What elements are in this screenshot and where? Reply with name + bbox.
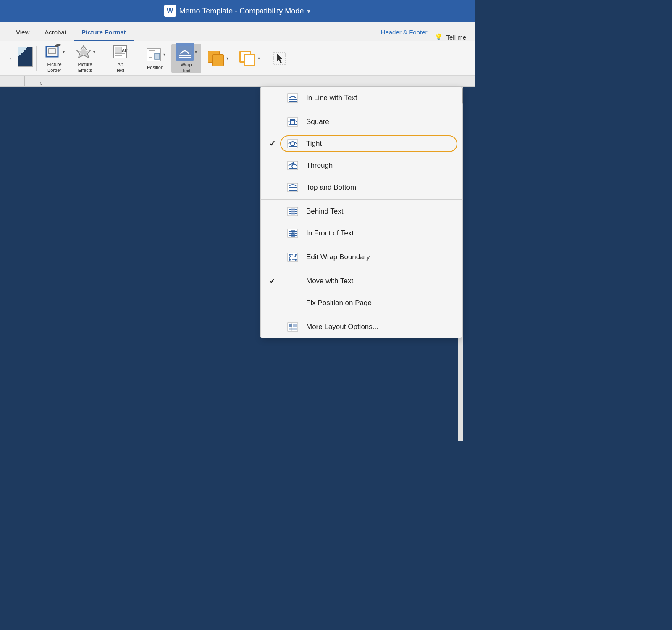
svg-rect-1 (49, 49, 55, 54)
picture-effects-label: PictureEffects (78, 62, 92, 73)
selection-icon (270, 50, 289, 67)
movewith-check: ✓ (269, 277, 279, 286)
svg-marker-21 (277, 53, 283, 63)
divider-3 (137, 46, 137, 71)
infront-label: In Front of Text (306, 229, 354, 237)
square-check (269, 118, 279, 127)
svg-rect-16 (155, 53, 160, 59)
menu-item-editwrap[interactable]: Edit Wrap Boundary (261, 246, 462, 268)
menu-item-through[interactable]: Through (261, 155, 462, 177)
position-arrow: ▾ (163, 52, 165, 57)
picture-effects-btn[interactable]: ▾ PictureEffects (71, 44, 100, 73)
divider-1 (36, 46, 37, 71)
picture-border-icon (45, 44, 61, 59)
square-label: Square (306, 118, 329, 126)
tight-icon (286, 139, 299, 149)
menu-item-behind[interactable]: Behind Text (261, 200, 462, 222)
movewith-label: Move with Text (306, 277, 353, 285)
send-backward-icon-area: ▾ (239, 50, 260, 67)
svg-point-50 (289, 259, 291, 261)
svg-rect-40 (291, 208, 295, 215)
through-icon (286, 161, 299, 171)
infront-icon (286, 228, 299, 238)
selection-btn[interactable] (266, 44, 293, 73)
tell-me-label: Tell me (446, 34, 466, 41)
svg-text:ALT: ALT (122, 48, 128, 53)
position-label: Position (147, 65, 163, 70)
through-check (269, 161, 279, 170)
word-icon: W (164, 5, 176, 17)
alt-text-icon-area: ALT (111, 43, 129, 60)
doc-thumbnail (18, 47, 33, 67)
morelayout-label: More Layout Options... (306, 323, 378, 331)
svg-rect-55 (289, 328, 297, 330)
menu-item-fixpos[interactable]: Fix Position on Page (261, 292, 462, 314)
title-text: Memo Template - Compatibility Mode (179, 7, 304, 16)
sep-3 (261, 245, 462, 245)
wrap-text-dropdown: In Line with Text Square (260, 87, 462, 338)
svg-rect-7 (115, 47, 122, 52)
menu-item-infront[interactable]: In Front of Text (261, 222, 462, 244)
svg-point-49 (295, 254, 297, 256)
picture-effects-icon-area: ▾ (75, 43, 95, 60)
bring-forward-btn[interactable]: ▾ (203, 44, 233, 73)
menu-item-tight[interactable]: ✓ Tight (261, 133, 462, 155)
tab-header-footer[interactable]: Header & Footer (373, 24, 435, 41)
picture-effects-icon (76, 44, 92, 59)
svg-point-51 (295, 259, 297, 261)
tab-acrobat[interactable]: Acrobat (37, 24, 74, 41)
tell-me[interactable]: 💡 Tell me (435, 33, 475, 41)
bring-forward-icon-area: ▾ (207, 50, 228, 67)
inline-icon (286, 93, 299, 103)
send-backward-btn[interactable]: ▾ (234, 44, 264, 73)
title-bar: W Memo Template - Compatibility Mode ▾ (0, 0, 475, 22)
fixpos-label: Fix Position on Page (306, 299, 372, 307)
tab-view[interactable]: View (8, 24, 37, 41)
morelayout-icon (286, 322, 299, 332)
square-icon (286, 117, 299, 127)
alt-text-icon: ALT (113, 45, 128, 59)
menu-item-inline[interactable]: In Line with Text (261, 87, 462, 109)
inline-label: In Line with Text (306, 94, 357, 102)
editwrap-check (269, 253, 279, 262)
toolbar-expand-btn[interactable]: › (4, 46, 16, 71)
ruler: 5 (0, 76, 475, 87)
toolbar: › ▾ PictureBorder (0, 41, 475, 76)
behind-check (269, 207, 279, 216)
tab-picture-format[interactable]: Picture Format (74, 24, 134, 41)
bring-forward-arrow: ▾ (226, 56, 228, 61)
wrap-text-icon (177, 45, 192, 59)
alt-text-btn[interactable]: ALT AltText (107, 44, 134, 73)
sep-1 (261, 110, 462, 110)
editwrap-icon (286, 252, 299, 262)
editwrap-label: Edit Wrap Boundary (306, 253, 370, 261)
fixpos-spacer (286, 299, 299, 307)
picture-border-btn[interactable]: ▾ PictureBorder (40, 44, 69, 73)
title-chevron[interactable]: ▾ (307, 7, 310, 15)
menu-item-topbottom[interactable]: Top and Bottom (261, 177, 462, 198)
svg-point-48 (289, 254, 291, 256)
ruler-mark-5: 5 (24, 76, 58, 87)
position-btn[interactable]: ▾ Position (141, 44, 170, 73)
wrap-text-label: WrapText (181, 62, 192, 73)
alt-text-label: AltText (116, 62, 124, 73)
wrap-text-btn[interactable]: ▾ WrapText (171, 44, 201, 73)
divider-2 (103, 46, 103, 71)
tight-check: ✓ (269, 139, 279, 148)
topbottom-icon (286, 182, 299, 192)
position-icon-area: ▾ (145, 46, 165, 63)
menu-item-morelayout[interactable]: More Layout Options... (261, 316, 462, 338)
menu-item-square[interactable]: Square (261, 111, 462, 133)
inline-check (269, 94, 279, 103)
wrap-text-icon-area: ▾ (176, 43, 197, 61)
topbottom-check (269, 183, 279, 192)
picture-effects-arrow: ▾ (93, 50, 95, 54)
movewith-spacer (286, 277, 299, 285)
doc-thumb-image (18, 47, 32, 66)
fixpos-check (269, 299, 279, 308)
sep-2 (261, 199, 462, 200)
svg-rect-54 (293, 324, 297, 327)
wrap-text-arrow: ▾ (195, 50, 197, 54)
app-window: W Memo Template - Compatibility Mode ▾ V… (0, 0, 475, 441)
menu-item-movewith[interactable]: ✓ Move with Text (261, 270, 462, 292)
